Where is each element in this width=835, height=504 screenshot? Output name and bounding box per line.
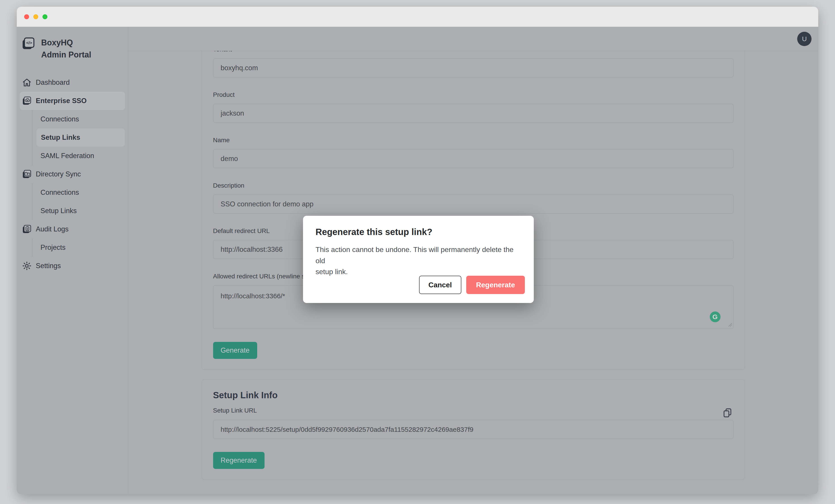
window-titlebar [17, 7, 818, 27]
close-window-button[interactable] [24, 14, 29, 19]
cancel-button[interactable]: Cancel [419, 276, 461, 294]
dialog-message: This action cannot be undone. This will … [315, 244, 521, 278]
dialog-title: Regenerate this setup link? [315, 227, 521, 237]
regenerate-confirm-dialog: Regenerate this setup link? This action … [303, 216, 534, 303]
zoom-window-button[interactable] [42, 14, 47, 19]
minimize-window-button[interactable] [33, 14, 38, 19]
confirm-regenerate-button[interactable]: Regenerate [466, 276, 525, 294]
